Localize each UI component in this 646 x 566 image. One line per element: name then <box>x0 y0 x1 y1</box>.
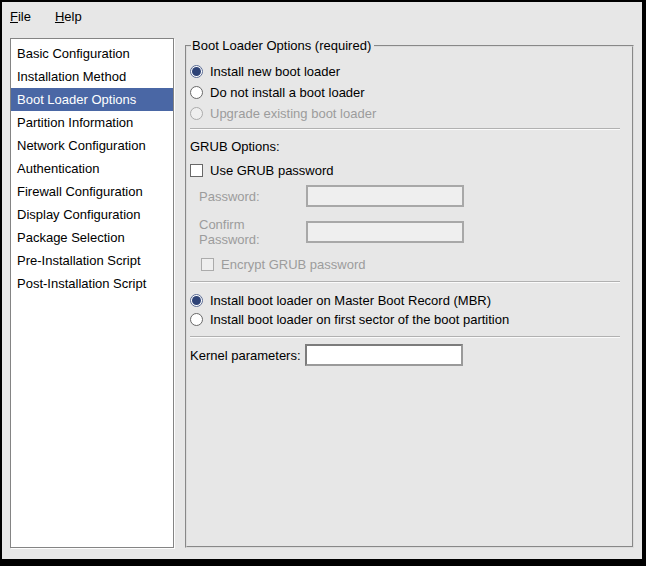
radio-label: Do not install a boot loader <box>210 85 365 100</box>
sidebar-item-display-configuration[interactable]: Display Configuration <box>11 203 173 226</box>
separator <box>190 281 620 283</box>
menu-help[interactable]: Help <box>55 6 91 27</box>
menu-file-label: File <box>10 9 31 24</box>
radio-label: Install new boot loader <box>210 64 340 79</box>
sidebar-item-partition-information[interactable]: Partition Information <box>11 111 173 134</box>
checkbox-icon <box>190 164 203 177</box>
confirm-password-label: Confirm Password: <box>199 217 306 247</box>
sidebar-item-boot-loader-options[interactable]: Boot Loader Options <box>11 88 173 111</box>
boot-loader-options-frame: Boot Loader Options (required) Install n… <box>185 38 634 548</box>
kernel-parameters-input[interactable] <box>305 344 463 366</box>
window-body: File Help Basic Configuration Installati… <box>2 2 642 559</box>
sidebar-item-firewall-configuration[interactable]: Firewall Configuration <box>11 180 173 203</box>
checkbox-label: Encrypt GRUB password <box>221 257 366 272</box>
main-content: Basic Configuration Installation Method … <box>2 30 642 559</box>
category-list: Basic Configuration Installation Method … <box>10 38 174 548</box>
sidebar-item-pre-installation-script[interactable]: Pre-Installation Script <box>11 249 173 272</box>
sidebar-item-network-configuration[interactable]: Network Configuration <box>11 134 173 157</box>
radio-label: Upgrade existing boot loader <box>210 106 376 121</box>
menubar: File Help <box>2 2 642 30</box>
grub-options-heading: GRUB Options: <box>190 136 620 157</box>
checkbox-encrypt-grub-password: Encrypt GRUB password <box>201 254 620 274</box>
checkbox-use-grub-password[interactable]: Use GRUB password <box>190 160 620 181</box>
radio-button-icon <box>190 107 203 120</box>
password-label: Password: <box>199 189 306 204</box>
menu-file[interactable]: File <box>10 6 40 27</box>
radio-button-icon <box>190 313 203 326</box>
confirm-password-row: Confirm Password: <box>199 217 620 247</box>
kernel-parameters-row: Kernel parameters: <box>190 344 620 366</box>
radio-install-on-mbr[interactable]: Install boot loader on Master Boot Recor… <box>190 291 620 310</box>
radio-label: Install boot loader on first sector of t… <box>210 312 509 327</box>
sidebar-item-installation-method[interactable]: Installation Method <box>11 65 173 88</box>
sidebar-item-basic-configuration[interactable]: Basic Configuration <box>11 42 173 65</box>
radio-install-new-boot-loader[interactable]: Install new boot loader <box>190 61 620 82</box>
password-input <box>306 185 464 207</box>
sidebar-item-post-installation-script[interactable]: Post-Installation Script <box>11 272 173 295</box>
separator <box>190 336 620 338</box>
checkbox-icon <box>201 258 214 271</box>
radio-button-icon <box>190 65 203 78</box>
sidebar-item-authentication[interactable]: Authentication <box>11 157 173 180</box>
radio-do-not-install-boot-loader[interactable]: Do not install a boot loader <box>190 82 620 103</box>
frame-legend: Boot Loader Options (required) <box>191 38 374 53</box>
password-row: Password: <box>199 185 620 207</box>
kernel-parameters-label: Kernel parameters: <box>190 348 305 363</box>
radio-upgrade-existing-boot-loader: Upgrade existing boot loader <box>190 103 620 124</box>
confirm-password-input <box>306 221 464 243</box>
radio-button-icon <box>190 294 203 307</box>
radio-install-on-first-sector[interactable]: Install boot loader on first sector of t… <box>190 310 620 329</box>
radio-button-icon <box>190 86 203 99</box>
separator <box>190 128 620 130</box>
checkbox-label: Use GRUB password <box>210 163 334 178</box>
sidebar-item-package-selection[interactable]: Package Selection <box>11 226 173 249</box>
radio-label: Install boot loader on Master Boot Recor… <box>210 293 491 308</box>
application-window: File Help Basic Configuration Installati… <box>0 0 646 566</box>
menu-help-label: Help <box>55 9 82 24</box>
